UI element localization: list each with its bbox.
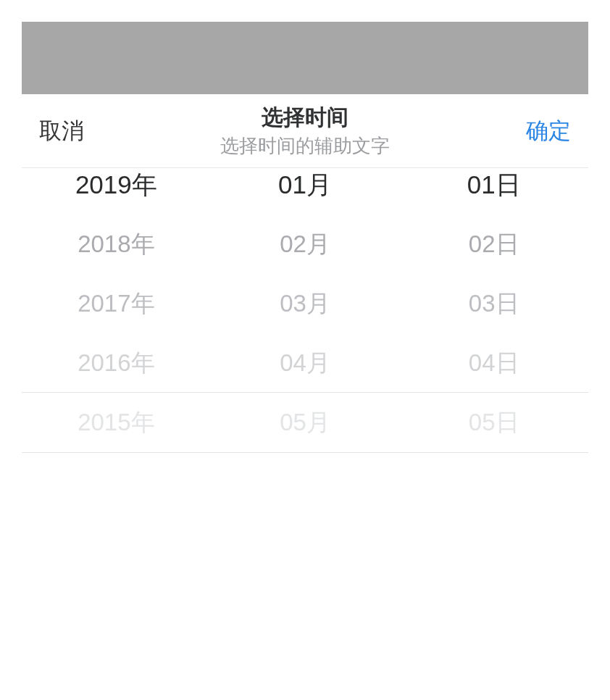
day-option-selected[interactable]: 01日	[399, 168, 588, 214]
month-option-selected[interactable]: 01月	[211, 168, 400, 214]
date-picker-sheet: 取消 选择时间 选择时间的辅助文字 确定 2023年 2022年 2021年 2…	[22, 94, 588, 678]
day-option[interactable]: 05日	[399, 393, 588, 452]
screen-backdrop: 取消 选择时间 选择时间的辅助文字 确定 2023年 2022年 2021年 2…	[22, 22, 588, 678]
month-column[interactable]: . . . . 01月 02月 03月 04月 05月	[211, 168, 400, 678]
day-option[interactable]: 02日	[399, 214, 588, 274]
month-option[interactable]: 05月	[211, 393, 400, 452]
picker-title: 选择时间	[109, 103, 501, 131]
confirm-button[interactable]: 确定	[501, 116, 571, 146]
year-option[interactable]: 2015年	[22, 393, 211, 452]
year-option[interactable]: 2016年	[22, 333, 211, 393]
picker-subtitle: 选择时间的辅助文字	[109, 133, 501, 159]
cancel-button[interactable]: 取消	[39, 116, 109, 146]
year-option-selected[interactable]: 2019年	[22, 168, 211, 214]
year-option[interactable]: 2017年	[22, 274, 211, 333]
day-column[interactable]: . . . . 01日 02日 03日 04日 05日	[399, 168, 588, 678]
picker-title-wrap: 选择时间 选择时间的辅助文字	[109, 103, 501, 159]
day-option[interactable]: 04日	[399, 333, 588, 393]
month-option[interactable]: 04月	[211, 333, 400, 393]
month-option[interactable]: 03月	[211, 274, 400, 333]
picker-toolbar: 取消 选择时间 选择时间的辅助文字 确定	[22, 94, 588, 168]
month-option[interactable]: 02月	[211, 214, 400, 274]
day-option[interactable]: 03日	[399, 274, 588, 333]
picker-columns: 2023年 2022年 2021年 2020年 2019年 2018年 2017…	[22, 168, 588, 678]
year-column[interactable]: 2023年 2022年 2021年 2020年 2019年 2018年 2017…	[22, 168, 211, 678]
year-option[interactable]: 2018年	[22, 214, 211, 274]
